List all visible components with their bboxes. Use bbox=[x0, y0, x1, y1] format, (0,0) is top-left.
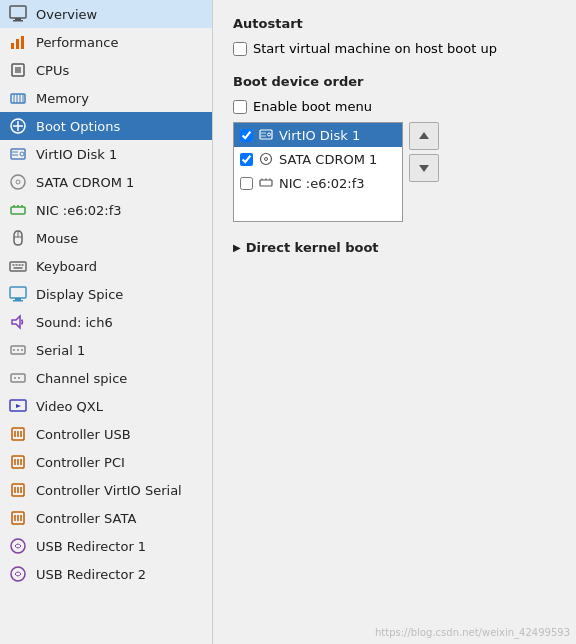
svg-rect-7 bbox=[15, 67, 21, 73]
svg-rect-3 bbox=[11, 43, 14, 49]
channel-spice-icon bbox=[8, 368, 28, 388]
sidebar-item-usb-redirector-2[interactable]: USB Redirector 2 bbox=[0, 560, 212, 588]
sidebar-item-keyboard[interactable]: Keyboard bbox=[0, 252, 212, 280]
controller-usb-icon bbox=[8, 424, 28, 444]
usb-redirector-2-icon bbox=[8, 564, 28, 584]
boot-device-item-nic[interactable]: NIC :e6:02:f3 bbox=[234, 171, 402, 195]
svg-marker-37 bbox=[12, 316, 20, 328]
sidebar-label-channel-spice: Channel spice bbox=[36, 371, 127, 386]
video-qxl-icon bbox=[8, 396, 28, 416]
boot-device-list-container: VirtIO Disk 1 SATA CDROM 1 bbox=[233, 122, 556, 222]
sidebar-label-cpus: CPUs bbox=[36, 63, 69, 78]
boot-device-nic-checkbox[interactable] bbox=[240, 177, 253, 190]
svg-marker-74 bbox=[419, 132, 429, 139]
svg-point-20 bbox=[11, 175, 25, 189]
sidebar-item-performance[interactable]: Performance bbox=[0, 28, 212, 56]
display-spice-icon bbox=[8, 284, 28, 304]
sidebar-label-performance: Performance bbox=[36, 35, 118, 50]
boot-device-virtio-icon bbox=[258, 127, 274, 143]
sidebar-item-memory[interactable]: Memory bbox=[0, 84, 212, 112]
svg-point-68 bbox=[261, 154, 272, 165]
direct-kernel-boot-header[interactable]: ▶ Direct kernel boot bbox=[233, 240, 556, 255]
svg-rect-16 bbox=[11, 149, 25, 159]
sidebar-item-controller-sata[interactable]: Controller SATA bbox=[0, 504, 212, 532]
boot-device-cdrom-label: SATA CDROM 1 bbox=[279, 152, 377, 167]
svg-rect-34 bbox=[10, 287, 26, 298]
direct-kernel-boot-section: ▶ Direct kernel boot bbox=[233, 240, 556, 255]
sidebar-label-sound: Sound: ich6 bbox=[36, 315, 113, 330]
serial-1-icon bbox=[8, 340, 28, 360]
sidebar-label-virtio-disk: VirtIO Disk 1 bbox=[36, 147, 117, 162]
sidebar-label-controller-pci: Controller PCI bbox=[36, 455, 125, 470]
svg-rect-35 bbox=[15, 298, 21, 300]
boot-device-nic-label: NIC :e6:02:f3 bbox=[279, 176, 365, 191]
autostart-checkbox-row: Start virtual machine on host boot up bbox=[233, 41, 556, 56]
boot-order-up-button[interactable] bbox=[409, 122, 439, 150]
svg-point-40 bbox=[17, 349, 19, 351]
sidebar-label-memory: Memory bbox=[36, 91, 89, 106]
boot-device-cdrom-icon bbox=[258, 151, 274, 167]
controller-sata-icon bbox=[8, 508, 28, 528]
sidebar-item-nic[interactable]: NIC :e6:02:f3 bbox=[0, 196, 212, 224]
watermark: https://blog.csdn.net/weixin_42499593 bbox=[375, 627, 570, 638]
svg-rect-70 bbox=[260, 180, 272, 186]
memory-icon bbox=[8, 88, 28, 108]
boot-device-item-virtio[interactable]: VirtIO Disk 1 bbox=[234, 123, 402, 147]
boot-order-down-button[interactable] bbox=[409, 154, 439, 182]
boot-device-cdrom-checkbox[interactable] bbox=[240, 153, 253, 166]
sidebar-item-controller-virtio-serial[interactable]: Controller VirtIO Serial bbox=[0, 476, 212, 504]
svg-point-39 bbox=[13, 349, 15, 351]
sidebar-label-overview: Overview bbox=[36, 7, 97, 22]
boot-options-icon bbox=[8, 116, 28, 136]
sidebar-item-channel-spice[interactable]: Channel spice bbox=[0, 364, 212, 392]
sidebar-label-sata-cdrom: SATA CDROM 1 bbox=[36, 175, 134, 190]
boot-device-virtio-checkbox[interactable] bbox=[240, 129, 253, 142]
boot-device-item-cdrom[interactable]: SATA CDROM 1 bbox=[234, 147, 402, 171]
sidebar-item-sound[interactable]: Sound: ich6 bbox=[0, 308, 212, 336]
nic-icon bbox=[8, 200, 28, 220]
sidebar-label-controller-usb: Controller USB bbox=[36, 427, 131, 442]
sidebar-item-controller-pci[interactable]: Controller PCI bbox=[0, 448, 212, 476]
mouse-icon bbox=[8, 228, 28, 248]
svg-rect-28 bbox=[10, 262, 26, 271]
enable-boot-menu-checkbox[interactable] bbox=[233, 100, 247, 114]
boot-device-section: Boot device order Enable boot menu VirtI… bbox=[233, 74, 556, 222]
sidebar-item-mouse[interactable]: Mouse bbox=[0, 224, 212, 252]
content-area: Autostart Start virtual machine on host … bbox=[213, 0, 576, 644]
sidebar-item-controller-usb[interactable]: Controller USB bbox=[0, 420, 212, 448]
svg-marker-45 bbox=[16, 404, 21, 408]
sidebar: Overview Performance CPUs Memory bbox=[0, 0, 213, 644]
sidebar-item-display-spice[interactable]: Display Spice bbox=[0, 280, 212, 308]
svg-marker-75 bbox=[419, 165, 429, 172]
controller-virtio-serial-icon bbox=[8, 480, 28, 500]
sidebar-label-mouse: Mouse bbox=[36, 231, 78, 246]
sidebar-item-serial-1[interactable]: Serial 1 bbox=[0, 336, 212, 364]
sidebar-item-cpus[interactable]: CPUs bbox=[0, 56, 212, 84]
svg-point-69 bbox=[265, 158, 268, 161]
sidebar-item-usb-redirector-1[interactable]: USB Redirector 1 bbox=[0, 532, 212, 560]
sound-icon bbox=[8, 312, 28, 332]
sidebar-label-controller-virtio-serial: Controller VirtIO Serial bbox=[36, 483, 182, 498]
sidebar-label-video-qxl: Video QXL bbox=[36, 399, 103, 414]
sidebar-item-virtio-disk[interactable]: VirtIO Disk 1 bbox=[0, 140, 212, 168]
sidebar-item-boot-options[interactable]: Boot Options bbox=[0, 112, 212, 140]
svg-rect-0 bbox=[10, 6, 26, 18]
boot-order-buttons bbox=[409, 122, 439, 182]
autostart-checkbox[interactable] bbox=[233, 42, 247, 56]
keyboard-icon bbox=[8, 256, 28, 276]
sata-cdrom-icon bbox=[8, 172, 28, 192]
sidebar-label-controller-sata: Controller SATA bbox=[36, 511, 136, 526]
svg-rect-1 bbox=[15, 18, 21, 20]
usb-redirector-1-icon bbox=[8, 536, 28, 556]
boot-device-list: VirtIO Disk 1 SATA CDROM 1 bbox=[233, 122, 403, 222]
autostart-section: Autostart Start virtual machine on host … bbox=[233, 16, 556, 56]
sidebar-label-usb-redirector-2: USB Redirector 2 bbox=[36, 567, 146, 582]
svg-point-21 bbox=[16, 180, 20, 184]
sidebar-item-overview[interactable]: Overview bbox=[0, 0, 212, 28]
direct-kernel-arrow-icon: ▶ bbox=[233, 242, 241, 253]
autostart-title: Autostart bbox=[233, 16, 556, 31]
svg-rect-5 bbox=[21, 36, 24, 49]
sidebar-item-video-qxl[interactable]: Video QXL bbox=[0, 392, 212, 420]
sidebar-item-sata-cdrom[interactable]: SATA CDROM 1 bbox=[0, 168, 212, 196]
boot-device-title: Boot device order bbox=[233, 74, 556, 89]
